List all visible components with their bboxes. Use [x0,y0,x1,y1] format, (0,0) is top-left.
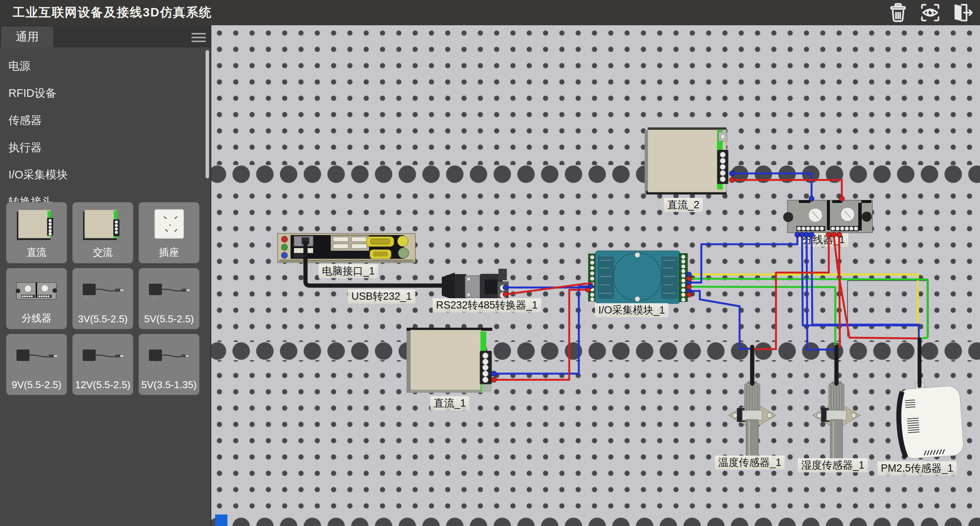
device-computer-interface[interactable] [278,234,415,263]
wire-green-humidity [689,287,835,347]
trash-icon[interactable] [887,2,910,23]
menu-item-rfid[interactable]: RFID设备 [0,85,211,102]
card-splitter[interactable]: 分线器 [6,268,67,329]
menu-item-power[interactable]: 电源 [0,58,211,75]
device-dc-1[interactable] [407,328,492,393]
device-temp-sensor[interactable] [728,381,776,466]
card-9v-adapter[interactable]: 9V(5.5-2.5) [6,334,67,395]
ac-thumbnail [73,205,133,245]
sidebar-header: 通用 [0,25,211,47]
wire-dark-loop [848,281,928,337]
eye-scan-icon[interactable] [919,2,942,23]
card-5v-adapter[interactable]: 5V(5.5-2.5) [139,268,199,329]
corner-blue-badge [215,515,227,526]
label-computer-interface: 电脑接口_1 [318,264,378,278]
device-io-module[interactable] [588,251,688,304]
wire-red-splitter-temp [755,235,829,349]
title-bar: 工业互联网设备及接线3D仿真系统 [0,0,980,25]
card-3v-adapter[interactable]: 3V(5.5-2.5) [72,268,133,329]
sensor-cables [752,339,920,386]
menu-scrollbar[interactable] [206,50,209,178]
dc-thumbnail [7,205,67,245]
device-usb232-rs485[interactable] [442,269,508,300]
device-humidity-sensor[interactable] [813,381,860,466]
menu-icon[interactable] [191,33,206,42]
wire-red-splitter-pm [834,235,918,338]
wire-blue-io-splitter [689,235,797,283]
label-io-module: I/O采集模块_1 [595,303,668,317]
label-rs232-485: RS232转485转换器_1 [433,298,541,312]
device-dc-2[interactable] [645,127,728,194]
category-menu: 电源 RFID设备 传感器 执行器 I/O采集模块 转换接头 [0,47,211,211]
app-title: 工业互联网设备及接线3D仿真系统 [13,4,212,21]
label-humidity-sensor: 湿度传感器_1 [798,458,868,472]
menu-item-sensor[interactable]: 传感器 [0,112,211,129]
toolbar [887,0,974,25]
wire-blue-io-temp [689,291,750,349]
label-usb232: USB转232_1 [348,289,415,304]
wire-red-dc2-splitter [732,180,842,199]
card-5v-small-adapter[interactable]: 5V(3.5-1.35) [139,334,199,395]
device-pm25-sensor[interactable] [897,383,964,459]
label-temp-sensor: 温度传感器_1 [715,456,785,470]
socket-thumbnail [139,205,199,245]
wire-red-splitter-humidity [839,235,840,347]
tab-general[interactable]: 通用 [1,26,53,47]
sidebar: 通用 电源 RFID设备 传感器 执行器 I/O采集模块 转换接头 [0,25,211,526]
label-dc-2: 直流_2 [664,198,703,212]
adapter-thumbnail [73,271,133,311]
adapter-thumbnail [139,337,199,377]
label-dc-1: 直流_1 [430,396,469,410]
card-socket[interactable]: 插座 [139,202,199,263]
adapter-thumbnail [73,337,133,377]
device-splitter[interactable] [783,200,872,233]
card-dc[interactable]: 直流 [6,202,67,263]
menu-item-io-module[interactable]: I/O采集模块 [0,167,211,183]
card-ac[interactable]: 交流 [72,202,133,263]
adapter-thumbnail [7,337,67,377]
splitter-thumbnail [7,271,67,311]
menu-item-actuator[interactable]: 执行器 [0,139,211,156]
card-12v-adapter[interactable]: 12V(5.5-2.5) [72,334,133,395]
wire-blue-dc2-splitter [732,173,812,199]
workspace-canvas[interactable]: 电脑接口_1 USB转232_1 RS232转485转换器_1 I/O采集模块_… [211,25,980,526]
exit-icon[interactable] [951,2,974,23]
adapter-thumbnail [139,271,199,311]
label-pm25-sensor: PM2.5传感器_1 [877,461,957,475]
